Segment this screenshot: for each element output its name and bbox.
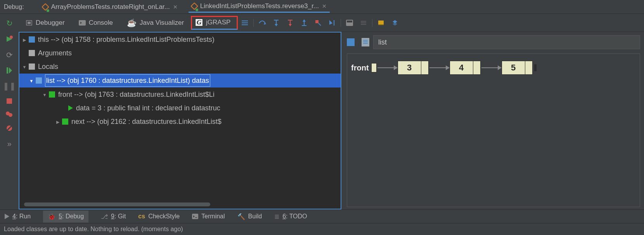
tab-run[interactable]: 4: Run: [5, 213, 31, 220]
force-step-into-icon[interactable]: [284, 17, 296, 29]
tab-console[interactable]: Console: [72, 16, 120, 30]
trace-icon[interactable]: [357, 17, 370, 29]
list-icon: ≣: [274, 213, 279, 220]
svg-point-1: [10, 36, 13, 39]
horizontal-scrollbar[interactable]: [24, 202, 210, 206]
debug-toolbar: Debugger Console ☕Java Visualizer GjGRAS…: [19, 14, 644, 32]
tab-jgrasp[interactable]: GjGRASP: [191, 16, 238, 30]
run-config-tabs: Debug: ArrayProblemsTests.rotateRight_on…: [0, 0, 644, 14]
tab-todo[interactable]: ≣6: TODO: [274, 213, 307, 220]
svg-marker-15: [275, 24, 278, 26]
pin-icon[interactable]: [375, 17, 387, 29]
svg-rect-41: [192, 214, 198, 219]
breakpoints-icon[interactable]: [6, 111, 13, 117]
java-icon: ☕: [127, 18, 137, 27]
tab-java-visualizer[interactable]: ☕Java Visualizer: [120, 15, 191, 31]
stop-icon[interactable]: [7, 98, 12, 104]
svg-point-6: [9, 113, 12, 117]
svg-rect-32: [378, 21, 384, 24]
terminal-icon: [192, 214, 198, 219]
bug-icon: 🐞: [48, 213, 55, 220]
resume-icon[interactable]: [7, 67, 12, 74]
run-icon: [5, 214, 9, 219]
list-node: 5: [502, 61, 533, 75]
tab-terminal[interactable]: Terminal: [192, 213, 225, 220]
pause-icon[interactable]: ❚❚: [3, 81, 16, 91]
status-bar: Loaded classes are up to date. Nothing t…: [0, 223, 644, 235]
more-icon[interactable]: »: [7, 139, 11, 148]
svg-rect-10: [28, 22, 31, 24]
rerun-icon[interactable]: ↻: [6, 19, 13, 28]
update-icon[interactable]: ⟳: [6, 50, 13, 60]
tab-debug[interactable]: 🐞5: Debug: [43, 211, 88, 223]
arrow-icon: [481, 67, 501, 68]
svg-marker-35: [393, 22, 397, 26]
linked-list-visualization: front 3 4 5: [347, 53, 640, 207]
tab-debugger[interactable]: Debugger: [19, 16, 72, 30]
checkstyle-icon: cs: [138, 213, 145, 220]
tree-next[interactable]: next --> (obj 2162 : datastructures.Link…: [19, 115, 341, 129]
settings-layers-icon[interactable]: [389, 17, 401, 29]
svg-rect-23: [315, 20, 319, 23]
step-into-icon[interactable]: [270, 17, 282, 29]
debugger-icon: [26, 20, 33, 26]
front-label: front: [351, 63, 369, 72]
tree-arguments[interactable]: Arguments: [19, 46, 341, 60]
svg-rect-28: [347, 21, 352, 22]
mute-breakpoints-icon[interactable]: [6, 125, 13, 132]
tool-window-tabs: 4: Run 🐞5: Debug ⎇9: Git csCheckStyle Te…: [0, 209, 644, 223]
tab-run-config-1-label: ArrayProblemsTests.rotateRight_onLar...: [51, 3, 170, 11]
run-to-cursor-icon[interactable]: [326, 17, 338, 29]
tree-this[interactable]: this --> (obj 1758 : problems.LinkedIntL…: [19, 33, 341, 46]
step-over-icon[interactable]: [256, 17, 268, 29]
list-node: 4: [450, 61, 481, 75]
list-node: 3: [398, 61, 429, 75]
drop-frame-icon[interactable]: [312, 17, 324, 29]
svg-rect-33: [378, 24, 384, 25]
tab-run-config-2-label: LinkedIntListProblemsTests.reverse3_r...: [200, 2, 319, 10]
tree-front[interactable]: front --> (obj 1763 : datastructures.Lin…: [19, 87, 341, 101]
debug-gutter: ↻ ⟳ ❚❚ »: [0, 14, 19, 209]
debug-label: Debug:: [4, 3, 32, 10]
tab-git[interactable]: ⎇9: Git: [101, 213, 126, 220]
svg-marker-40: [5, 214, 9, 219]
tree-data[interactable]: data = 3 : public final int : declared i…: [19, 101, 341, 115]
front-box: [371, 63, 377, 72]
jgrasp-icon: G: [195, 19, 203, 26]
jgrasp-visualizer-panel: list front 3 4 5: [341, 32, 644, 209]
tree-locals[interactable]: Locals: [19, 60, 341, 74]
svg-line-24: [319, 23, 321, 26]
close-icon[interactable]: ✕: [173, 4, 178, 10]
svg-marker-18: [289, 24, 292, 26]
null-terminator-icon: [534, 64, 537, 71]
arrow-icon: [377, 67, 397, 68]
git-icon: ⎇: [101, 213, 108, 220]
threads-icon[interactable]: [239, 17, 251, 29]
viewer-square-icon[interactable]: [347, 38, 355, 46]
hammer-icon: 🔨: [237, 213, 245, 220]
close-icon[interactable]: ✕: [322, 3, 327, 9]
tab-run-config-2[interactable]: LinkedIntListProblemsTests.reverse3_r...…: [189, 1, 330, 13]
svg-marker-25: [329, 20, 332, 25]
console-icon: [79, 20, 86, 26]
run-pinned-icon[interactable]: [6, 36, 13, 43]
step-out-icon[interactable]: [298, 17, 310, 29]
tab-build[interactable]: 🔨Build: [237, 213, 262, 220]
tab-run-config-1[interactable]: ArrayProblemsTests.rotateRight_onLar... …: [40, 2, 181, 12]
svg-marker-21: [303, 19, 306, 22]
svg-rect-2: [7, 67, 8, 74]
arrow-icon: [429, 67, 449, 68]
viewer-expression-field[interactable]: list: [373, 35, 640, 49]
tree-list[interactable]: list --> (obj 1760 : datastructures.Link…: [19, 74, 341, 87]
svg-marker-3: [9, 67, 12, 74]
primitive-icon: [68, 105, 73, 111]
svg-rect-11: [79, 20, 86, 26]
evaluate-expression-icon[interactable]: [343, 17, 356, 29]
tab-checkstyle[interactable]: csCheckStyle: [138, 213, 180, 220]
variables-tree[interactable]: this --> (obj 1758 : problems.LinkedIntL…: [19, 32, 341, 209]
svg-rect-4: [7, 98, 12, 104]
viewer-doc-icon[interactable]: [362, 38, 369, 46]
